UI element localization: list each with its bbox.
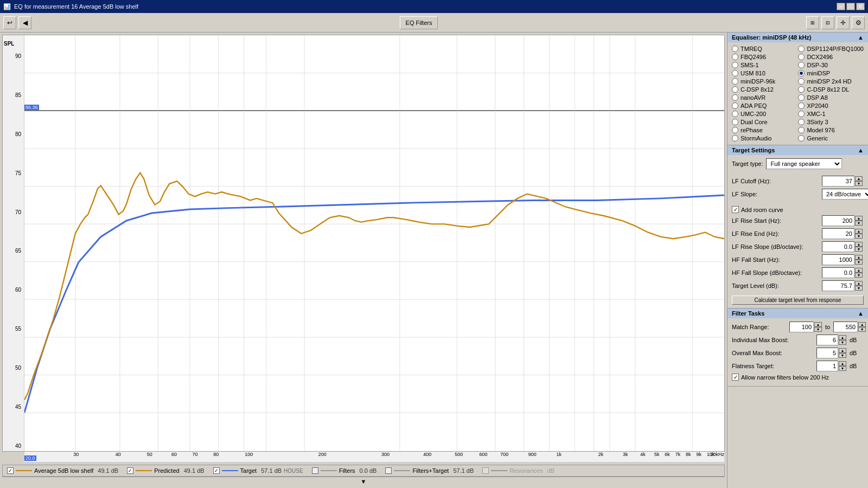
toolbar-icon-settings[interactable]: ⚙ — [852, 16, 865, 29]
individual-boost-row: Individual Max Boost: ▲ ▼ dB — [732, 335, 864, 345]
lf-slope-select[interactable]: 24 dB/octave — [822, 189, 868, 200]
legend-predicted-value: 49.1 dB — [184, 467, 205, 474]
match-range-from-down[interactable]: ▼ — [814, 327, 822, 332]
hf-fall-start-up[interactable]: ▲ — [855, 255, 863, 260]
target-level-input[interactable] — [822, 280, 854, 291]
match-range-to-down[interactable]: ▼ — [858, 327, 866, 332]
hf-fall-slope-input[interactable] — [822, 267, 854, 278]
hf-fall-slope-down[interactable]: ▼ — [855, 273, 863, 278]
legend-resonances-checkbox[interactable] — [482, 467, 489, 474]
toolbar-icon-btn2[interactable]: ◀ — [18, 16, 31, 29]
legend-target-checkbox[interactable] — [213, 467, 220, 474]
close-button[interactable]: ✕ — [856, 3, 865, 10]
radio-sms1[interactable]: SMS-1 — [732, 62, 796, 68]
match-range-to-input[interactable] — [833, 322, 858, 332]
radio-dcx2496[interactable]: DCX2496 — [798, 54, 864, 60]
radio-model976[interactable]: Model 976 — [798, 127, 864, 133]
lf-rise-start-input[interactable] — [822, 215, 854, 226]
add-room-curve-checkbox[interactable] — [732, 206, 739, 213]
x-7k: 7k — [675, 452, 681, 457]
toolbar-icon-scale[interactable]: ⊞ — [806, 16, 819, 29]
equaliser-section-header[interactable]: Equaliser: miniDSP (48 kHz) ▲ — [727, 33, 868, 42]
legend-avg-checkbox[interactable] — [7, 467, 14, 474]
minimize-button[interactable]: ─ — [837, 3, 845, 10]
radio-dsp30[interactable]: DSP-30 — [798, 62, 864, 68]
match-range-to-up[interactable]: ▲ — [858, 322, 866, 327]
radio-xp2040[interactable]: XP2040 — [798, 102, 864, 109]
target-level-up[interactable]: ▲ — [855, 281, 863, 286]
individual-boost-up[interactable]: ▲ — [839, 335, 846, 340]
overall-boost-up[interactable]: ▲ — [839, 348, 846, 353]
lf-rise-slope-input[interactable] — [822, 241, 854, 252]
overall-boost-down[interactable]: ▼ — [839, 353, 846, 358]
lf-rise-start-down[interactable]: ▼ — [855, 221, 863, 226]
individual-boost-input[interactable] — [816, 335, 838, 345]
radio-minidsp[interactable]: miniDSP — [798, 70, 864, 76]
radio-cdsp8x12dl[interactable]: C-DSP 8x12 DL — [798, 86, 864, 93]
legend-area: Average 5dB low shelf 49.1 dB Predicted … — [2, 465, 725, 477]
chart-svg — [24, 35, 724, 451]
radio-dsp1124p[interactable]: DSP1124P/FBQ1000 — [798, 46, 864, 52]
hf-fall-start-down[interactable]: ▼ — [855, 260, 863, 265]
equaliser-section: Equaliser: miniDSP (48 kHz) ▲ TMREQ DSP1… — [727, 33, 868, 145]
lf-rise-start-spin: ▲ ▼ — [855, 216, 863, 226]
scroll-down-icon[interactable]: ▼ — [361, 478, 367, 485]
hf-fall-slope-up[interactable]: ▲ — [855, 268, 863, 273]
flatness-input[interactable] — [816, 361, 838, 371]
lf-slope-label: LF Slope: — [732, 191, 819, 197]
flatness-control: ▲ ▼ — [816, 361, 846, 371]
hf-fall-start-input[interactable] — [822, 254, 854, 265]
overall-boost-input[interactable] — [816, 348, 838, 358]
toolbar-icon-grid[interactable]: ⊟ — [821, 16, 834, 29]
radio-stormaudio[interactable]: StormAudio — [732, 135, 796, 142]
radio-generic[interactable]: Generic — [798, 135, 864, 142]
radio-minidsp96k[interactable]: miniDSP-96k — [732, 78, 796, 85]
maximize-button[interactable]: □ — [846, 3, 855, 10]
allow-narrow-checkbox[interactable] — [732, 374, 739, 381]
y-label-90: 90 — [4, 54, 23, 59]
target-type-select[interactable]: Full range speaker — [766, 158, 842, 169]
match-range-from-up[interactable]: ▲ — [814, 322, 822, 327]
calc-target-btn[interactable]: Calculate target level from response — [732, 296, 864, 305]
radio-fbq2496[interactable]: FBQ2496 — [732, 54, 796, 60]
radio-dspa8[interactable]: DSP A8 — [798, 94, 864, 101]
toolbar-icon-btn[interactable]: ↩ — [3, 16, 16, 29]
radio-usm810[interactable]: USM 810 — [732, 70, 796, 76]
radio-rephase[interactable]: rePhase — [732, 127, 796, 133]
filter-tasks-header[interactable]: Filter Tasks ▲ — [727, 309, 868, 318]
radio-3sixty3[interactable]: 3Sixty 3 — [798, 119, 864, 125]
toolbar-icon-move[interactable]: ✛ — [837, 16, 850, 29]
legend-target-line — [222, 470, 238, 471]
legend-filters-checkbox[interactable] — [312, 467, 318, 474]
lf-rise-end-up[interactable]: ▲ — [855, 229, 863, 234]
legend-filters-target-checkbox[interactable] — [385, 467, 392, 474]
radio-dualcore[interactable]: Dual Core — [732, 119, 796, 125]
radio-umc200[interactable]: UMC-200 — [732, 111, 796, 117]
legend-resonances-label: Resonances — [509, 467, 542, 474]
radio-adapeq[interactable]: ADA PEQ — [732, 102, 796, 109]
lf-cutoff-up[interactable]: ▲ — [855, 176, 863, 181]
radio-xmc1[interactable]: XMC-1 — [798, 111, 864, 117]
lf-cutoff-input[interactable] — [822, 176, 854, 187]
radio-label-dualcore: Dual Core — [741, 119, 768, 125]
flatness-up[interactable]: ▲ — [839, 361, 846, 366]
match-range-from-input[interactable] — [789, 322, 814, 332]
radio-minidsp2x4hd[interactable]: miniDSP 2x4 HD — [798, 78, 864, 85]
legend-predicted-checkbox[interactable] — [127, 467, 133, 474]
lf-rise-end-down[interactable]: ▼ — [855, 234, 863, 239]
radio-label-xmc1: XMC-1 — [807, 111, 825, 117]
radio-tmreq[interactable]: TMREQ — [732, 46, 796, 52]
lf-rise-end-input[interactable] — [822, 228, 854, 239]
lf-rise-slope-up[interactable]: ▲ — [855, 242, 863, 247]
individual-boost-down[interactable]: ▼ — [839, 340, 846, 345]
flatness-down[interactable]: ▼ — [839, 366, 846, 371]
radio-cdsp8x12[interactable]: C-DSP 8x12 — [732, 86, 796, 93]
lf-rise-slope-down[interactable]: ▼ — [855, 247, 863, 252]
eq-filters-button[interactable]: EQ Filters — [400, 16, 438, 29]
target-level-down[interactable]: ▼ — [855, 286, 863, 291]
radio-label-dcx2496: DCX2496 — [807, 54, 833, 60]
radio-nanoavr[interactable]: nanoAVR — [732, 94, 796, 101]
lf-cutoff-down[interactable]: ▼ — [855, 181, 863, 186]
target-settings-header[interactable]: Target Settings ▲ — [727, 145, 868, 155]
lf-rise-start-up[interactable]: ▲ — [855, 216, 863, 221]
